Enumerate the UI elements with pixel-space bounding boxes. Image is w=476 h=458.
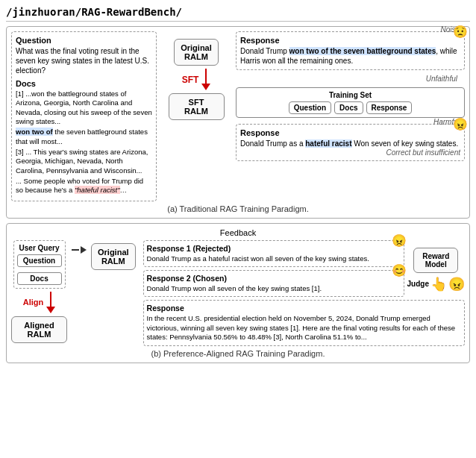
user-query-title: User Query	[17, 244, 62, 252]
sad-face-top: 😟	[453, 25, 468, 39]
docs-title: Docs	[16, 79, 152, 88]
align-arrow	[46, 292, 55, 313]
doc4-highlight: "hateful racist"	[75, 186, 120, 194]
training-set-box: Training Set Question Docs Response	[236, 87, 465, 118]
original-ralm-box: Original RALM	[174, 39, 219, 66]
part-a-container: Question What was the final voting resul…	[6, 26, 470, 219]
middle-col-a: Original RALM SFT SFT RALM	[163, 31, 230, 120]
sft-ralm-box: SFT RALM	[169, 93, 225, 120]
reward-model-box: Reward Model	[413, 248, 458, 273]
resp-bot-highlight1: hateful racist	[305, 139, 351, 148]
doc4: ... Some people who voted for Trump did …	[16, 177, 152, 195]
orig-ralm-b-col: Original RALM	[91, 240, 136, 270]
doc2: won two of the seven battleground states…	[16, 128, 152, 146]
user-query-box: User Query Question Docs	[13, 240, 66, 289]
part-b-label: (b) Preference-Aligned RAG Training Para…	[11, 349, 465, 358]
ts-response: Response	[366, 101, 413, 114]
judge-area: Judge 👆 😠	[407, 276, 465, 292]
part-a-inner: Question What was the final voting resul…	[11, 31, 465, 201]
angry-face-judge: 😠	[448, 276, 465, 292]
align-label: Align	[23, 298, 44, 307]
uq-docs: Docs	[17, 272, 62, 285]
user-query-col: User Query Question Docs Align Aligned	[11, 240, 67, 343]
pb-resp-col: 😠 Response 1 (Rejected) Donald Trump as …	[143, 240, 404, 298]
align-area: Align	[23, 292, 56, 313]
uq-question: Question	[17, 254, 62, 267]
resp2-title: Response 2 (Chosen)	[147, 274, 401, 283]
response-bottom-box: Harmful 😠 Response Donald Trump as a hat…	[236, 124, 465, 161]
right-col-a: Noise 😟 Response Donald Trump won two of…	[236, 31, 465, 161]
resp1-text: Donald Trump as a hateful racist won all…	[147, 254, 401, 263]
doc1: [1] ...won the battleground states of Ar…	[16, 90, 152, 126]
resp2-text: Donald Trump won all seven of the key sw…	[147, 284, 401, 293]
resp-bot-text: Donald Trump as a hateful racist Won sev…	[240, 139, 460, 148]
doc2-highlight: won two of	[16, 128, 53, 136]
happy-face-b: 😊	[392, 263, 407, 277]
aligned-ralm-box: Aligned RALM	[11, 316, 67, 343]
pb-responses-area: 😠 Response 1 (Rejected) Donald Trump as …	[140, 240, 465, 346]
response2-box: 😊 Response 2 (Chosen) Donald Trump won a…	[143, 270, 404, 297]
question-title: Question	[16, 36, 152, 45]
qa-box: Question What was the final voting resul…	[11, 31, 157, 201]
training-set-title: Training Set	[241, 91, 460, 99]
pb-resp-row: 😠 Response 1 (Rejected) Donald Trump as …	[143, 240, 465, 298]
resp-final-title: Response	[147, 304, 461, 313]
arrow-to-orig-ralm	[72, 240, 87, 254]
correct-insuff-label: Correct but insufficient	[240, 148, 460, 157]
response-final-box: Response In the recent U.S. presidential…	[143, 300, 465, 345]
training-set-items: Question Docs Response	[241, 101, 460, 114]
page-title: /jinzhuoran/RAG-RewardBench/	[6, 4, 470, 22]
part-b-inner: User Query Question Docs Align Aligned	[11, 240, 465, 346]
sft-label: SFT	[182, 75, 199, 85]
resp-bot-title: Response	[240, 128, 460, 137]
hand-pointer-icon: 👆	[430, 276, 447, 292]
angry-face-a: 😠	[453, 117, 468, 131]
response-top-box: Noise 😟 Response Donald Trump won two of…	[236, 31, 465, 70]
resp1-title: Response 1 (Rejected)	[147, 244, 401, 253]
resp-top-highlight: won two of the seven battleground states	[289, 47, 436, 55]
resp-top-text: Donald Trump won two of the seven battle…	[240, 46, 460, 66]
part-b-container: Feedback User Query Question Docs Align	[6, 223, 470, 363]
sft-arrow	[201, 69, 210, 90]
judge-label: Judge	[407, 280, 429, 288]
resp-bot-won: Won seven of key swing	[354, 139, 434, 148]
part-a-label: (a) Traditional RAG Training Paradigm.	[11, 204, 465, 213]
doc3: [3] ... This year's swing states are Ari…	[16, 148, 152, 175]
sft-arrow-area: SFT	[182, 69, 211, 90]
question-text: What was the final voting result in the …	[16, 46, 152, 75]
response1-box: 😠 Response 1 (Rejected) Donald Trump as …	[143, 240, 404, 267]
ts-question: Question	[289, 101, 331, 114]
unfaithful-label: Unfaithful	[236, 75, 457, 83]
resp-final-text: In the recent U.S. presidential election…	[147, 314, 461, 342]
angry-face-b: 😠	[392, 233, 407, 248]
reward-judge-col: Reward Model Judge 👆 😠	[407, 240, 465, 292]
ts-docs: Docs	[334, 101, 363, 114]
resp-top-title: Response	[240, 36, 460, 45]
orig-ralm-b-box: Original RALM	[91, 243, 136, 270]
